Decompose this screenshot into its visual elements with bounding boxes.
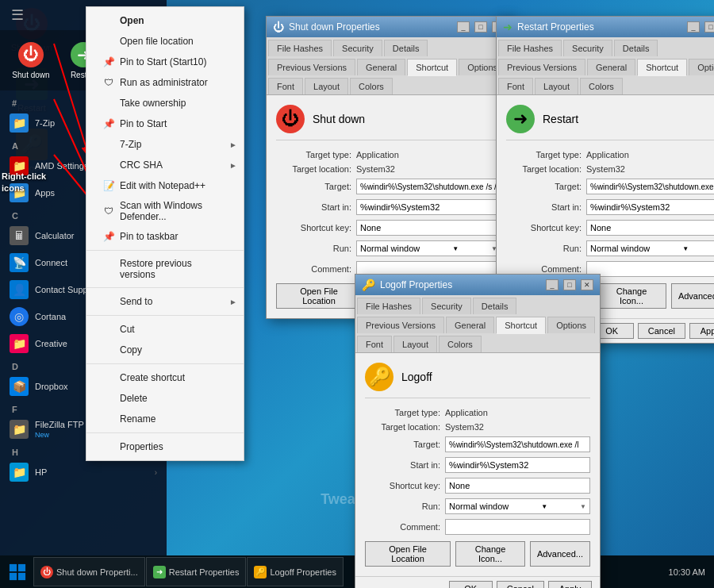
logoff-close-btn[interactable]: ✕: [581, 279, 593, 290]
tab-font-logoff[interactable]: Font: [357, 336, 392, 352]
restart-change-icon-btn[interactable]: Change Icon...: [597, 283, 666, 309]
logoff-change-icon-btn[interactable]: Change Icon...: [455, 541, 525, 567]
logoff-run-select[interactable]: Normal window ▼: [445, 498, 590, 514]
restart-advanced-btn[interactable]: Advanced...: [671, 283, 714, 309]
taskbar-logoff-label: Logoff Properties: [270, 567, 336, 577]
ctx-crc[interactable]: CRC SHA►: [86, 155, 244, 175]
logoff-advanced-btn[interactable]: Advanced...: [530, 541, 590, 567]
restart-cancel-btn[interactable]: Cancel: [638, 323, 685, 339]
logoff-run-value: Normal window: [449, 502, 509, 511]
restart-startin-input[interactable]: [586, 199, 714, 215]
logoff-cancel-btn[interactable]: Cancel: [497, 581, 544, 588]
tab-layout-restart[interactable]: Layout: [535, 78, 578, 94]
tab-security-logoff[interactable]: Security: [422, 298, 471, 314]
ctx-7zip[interactable]: 7-Zip►: [86, 134, 244, 155]
tab-colors-restart[interactable]: Colors: [580, 78, 623, 94]
logoff-startin-row: Start in:: [365, 457, 590, 473]
tab-options-logoff[interactable]: Options: [547, 317, 595, 333]
tab-font-restart[interactable]: Font: [498, 78, 533, 94]
ctx-pin-start10[interactable]: 📌Pin to Start (Start10): [86, 52, 244, 72]
ctx-copy[interactable]: Copy: [86, 340, 244, 360]
app-icon-calculator: 🖩: [10, 226, 29, 245]
taskbar-btn-logoff[interactable]: 🔑 Logoff Properties: [247, 557, 344, 586]
app-item-hp[interactable]: 📁 HP ›: [0, 459, 167, 486]
restart-maximize-btn[interactable]: □: [704, 21, 714, 33]
shutdown-target-type-value: Application: [356, 150, 399, 159]
ctx-crc-icon: [102, 159, 115, 171]
tab-security-restart[interactable]: Security: [563, 40, 612, 56]
tab-font-shutdown[interactable]: Font: [268, 78, 303, 94]
logoff-target-input[interactable]: [445, 436, 590, 452]
logoff-minimize-btn[interactable]: _: [546, 279, 559, 290]
restart-run-select[interactable]: Normal window ▼: [586, 240, 714, 256]
ctx-cut[interactable]: Cut: [86, 319, 244, 340]
ctx-notepad[interactable]: 📝Edit with Notepad++: [86, 175, 244, 196]
shutdown-startin-input[interactable]: [356, 199, 501, 215]
ctx-properties-icon: [102, 440, 115, 453]
restart-apply-btn[interactable]: Apply: [689, 323, 714, 339]
tab-prev-versions-shutdown[interactable]: Previous Versions: [268, 59, 355, 75]
ctx-run-admin[interactable]: 🛡Run as administrator: [86, 72, 244, 93]
restart-target-input[interactable]: [586, 179, 714, 194]
restart-target-row: Target:: [506, 179, 714, 194]
tile-shutdown[interactable]: ⏻ Shut down: [6, 37, 56, 84]
ctx-properties[interactable]: Properties: [86, 436, 244, 457]
logoff-ok-btn[interactable]: OK: [449, 581, 493, 588]
taskbar-btn-restart[interactable]: ➜ Restart Properties: [146, 557, 247, 586]
tab-file-hashes-shutdown[interactable]: File Hashes: [268, 40, 332, 56]
ctx-open[interactable]: Open: [86, 10, 244, 31]
logoff-startin-label: Start in:: [365, 460, 440, 470]
restart-minimize-btn[interactable]: _: [687, 21, 700, 33]
tab-shortcut-logoff[interactable]: Shortcut: [496, 317, 546, 334]
ctx-sendto[interactable]: Send to►: [86, 291, 244, 312]
tab-details-shutdown[interactable]: Details: [384, 40, 428, 56]
logoff-apply-btn[interactable]: Apply: [548, 581, 592, 588]
ctx-pin-start[interactable]: 📌Pin to Start: [86, 113, 244, 134]
tab-details-logoff[interactable]: Details: [473, 298, 517, 314]
taskbar-btn-shutdown[interactable]: ⏻ Shut down Properti...: [33, 557, 145, 586]
ctx-restore[interactable]: Restore previous versions: [86, 254, 244, 284]
tab-layout-logoff[interactable]: Layout: [393, 336, 437, 352]
logoff-shortcut-input[interactable]: [445, 478, 590, 494]
app-icon-cortana: ◎: [10, 307, 29, 326]
tab-general-logoff[interactable]: General: [446, 317, 494, 333]
shutdown-minimize-btn[interactable]: _: [457, 21, 470, 33]
taskbar-start-button[interactable]: [2, 557, 33, 586]
tab-details-restart[interactable]: Details: [614, 40, 658, 56]
ctx-take-ownership[interactable]: Take ownership: [86, 93, 244, 113]
tab-security-shutdown[interactable]: Security: [333, 40, 382, 56]
restart-shortcut-input[interactable]: [586, 220, 714, 236]
shutdown-target-input[interactable]: [356, 179, 501, 194]
tab-shortcut-shutdown[interactable]: Shortcut: [407, 59, 457, 76]
shutdown-target-loc-label: Target location:: [276, 164, 351, 174]
logoff-startin-input[interactable]: [445, 457, 590, 473]
ctx-create-shortcut[interactable]: Create shortcut: [86, 367, 244, 388]
ctx-open-location[interactable]: Open file location: [86, 31, 244, 52]
tab-file-hashes-logoff[interactable]: File Hashes: [357, 298, 420, 314]
shutdown-shortcut-input[interactable]: [356, 220, 501, 236]
shutdown-run-select[interactable]: Normal window ▼: [356, 240, 501, 256]
shutdown-maximize-btn[interactable]: □: [474, 21, 487, 33]
logoff-comment-input[interactable]: [445, 519, 590, 535]
logoff-open-location-btn[interactable]: Open File Location: [365, 541, 451, 567]
tab-general-shutdown[interactable]: General: [357, 59, 405, 75]
tab-layout-shutdown[interactable]: Layout: [305, 78, 348, 94]
restart-comment-input[interactable]: [586, 261, 714, 277]
ctx-rename[interactable]: Rename: [86, 409, 244, 429]
tab-prev-versions-restart[interactable]: Previous Versions: [498, 59, 585, 75]
restart-target-type-row: Target type: Application: [506, 150, 714, 159]
tab-prev-versions-logoff[interactable]: Previous Versions: [357, 317, 444, 333]
ctx-pin-taskbar[interactable]: 📌Pin to taskbar: [86, 226, 244, 247]
ctx-ownership-icon: [102, 97, 115, 110]
shutdown-open-location-btn[interactable]: Open File Location: [276, 283, 362, 309]
tab-options-restart[interactable]: Options: [689, 59, 714, 75]
logoff-maximize-btn[interactable]: □: [563, 279, 576, 290]
logoff-target-type-row: Target type: Application: [365, 408, 590, 417]
tab-file-hashes-restart[interactable]: File Hashes: [498, 40, 562, 56]
tab-colors-logoff[interactable]: Colors: [439, 336, 482, 352]
ctx-defender[interactable]: 🛡Scan with Windows Defender...: [86, 196, 244, 226]
tab-colors-shutdown[interactable]: Colors: [350, 78, 393, 94]
tab-shortcut-restart[interactable]: Shortcut: [637, 59, 687, 76]
ctx-delete[interactable]: Delete: [86, 388, 244, 409]
tab-general-restart[interactable]: General: [587, 59, 635, 75]
